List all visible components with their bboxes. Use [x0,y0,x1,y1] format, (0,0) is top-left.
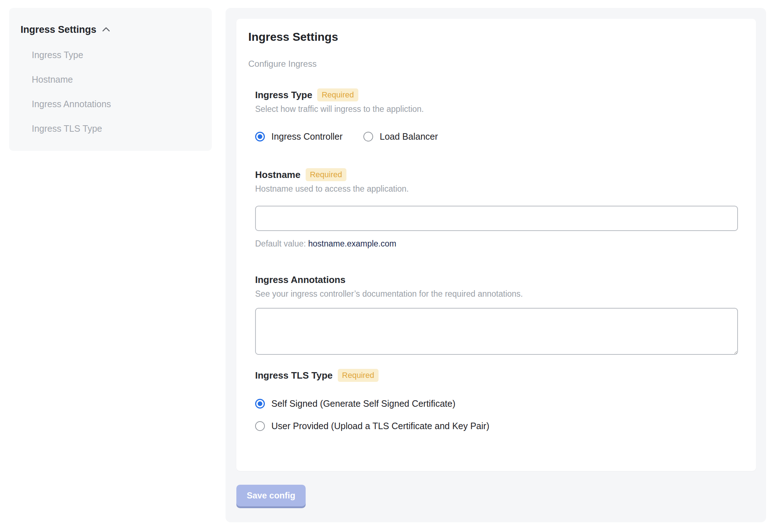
radio-unselected-icon[interactable] [363,132,373,141]
hostname-label-text: Hostname [255,168,301,182]
hostname-input[interactable] [255,206,738,231]
required-badge: Required [317,88,358,101]
ingress-tls-type-label: Ingress TLS Type Required [255,369,738,382]
ingress-type-description: Select how traffic will ingress to the a… [255,104,738,114]
radio-option-user-provided[interactable]: User Provided (Upload a TLS Certificate … [255,420,738,432]
chevron-up-icon[interactable] [101,24,112,35]
default-value-text: hostname.example.com [308,239,396,248]
radio-option-self-signed[interactable]: Self Signed (Generate Self Signed Certif… [255,397,738,410]
sidebar-item-ingress-annotations[interactable]: Ingress Annotations [32,98,212,110]
ingress-annotations-textarea[interactable] [255,308,738,355]
hostname-label: Hostname Required [255,168,738,182]
ingress-tls-type-label-text: Ingress TLS Type [255,369,333,382]
save-config-button[interactable]: Save config [236,485,306,506]
settings-panel: Ingress Settings Configure Ingress Ingre… [226,8,766,522]
radio-label: Self Signed (Generate Self Signed Certif… [271,397,455,410]
radio-selected-icon[interactable] [255,399,265,409]
sidebar-item-hostname[interactable]: Hostname [32,73,212,86]
settings-sidebar: Ingress Settings Ingress Type Hostname I… [9,8,212,151]
page-subtitle: Configure Ingress [248,58,738,69]
radio-dot [258,134,262,139]
ingress-type-label: Ingress Type Required [255,88,738,102]
ingress-annotations-label-text: Ingress Annotations [255,273,345,287]
required-badge: Required [306,168,346,181]
ingress-annotations-description: See your ingress controller’s documentat… [255,288,738,299]
page-title: Ingress Settings [248,19,738,44]
radio-unselected-icon[interactable] [255,421,265,431]
ingress-settings-card: Ingress Settings Configure Ingress Ingre… [236,19,756,471]
radio-option-load-balancer[interactable]: Load Balancer [363,130,438,143]
ingress-annotations-label: Ingress Annotations [255,273,738,287]
radio-label: Ingress Controller [271,130,342,143]
radio-label: Load Balancer [380,130,438,143]
radio-selected-icon[interactable] [255,132,265,141]
radio-option-ingress-controller[interactable]: Ingress Controller [255,130,342,143]
sidebar-section-ingress-settings[interactable]: Ingress Settings [21,23,212,36]
form-sections: Ingress Type Required Select how traffic… [255,88,738,432]
hostname-description: Hostname used to access the application. [255,183,738,194]
default-value-label: Default value: [255,239,306,248]
sidebar-item-ingress-tls-type[interactable]: Ingress TLS Type [32,122,212,135]
sidebar-item-ingress-type[interactable]: Ingress Type [32,49,212,61]
radio-label: User Provided (Upload a TLS Certificate … [271,420,489,432]
radio-dot [258,401,262,406]
sidebar-section-title: Ingress Settings [21,23,96,36]
ingress-type-radio-group: Ingress Controller Load Balancer [255,130,738,143]
sidebar-item-list: Ingress Type Hostname Ingress Annotation… [32,49,212,135]
hostname-default-value: Default value: hostname.example.com [255,238,738,249]
required-badge: Required [338,369,379,382]
ingress-type-label-text: Ingress Type [255,88,312,102]
